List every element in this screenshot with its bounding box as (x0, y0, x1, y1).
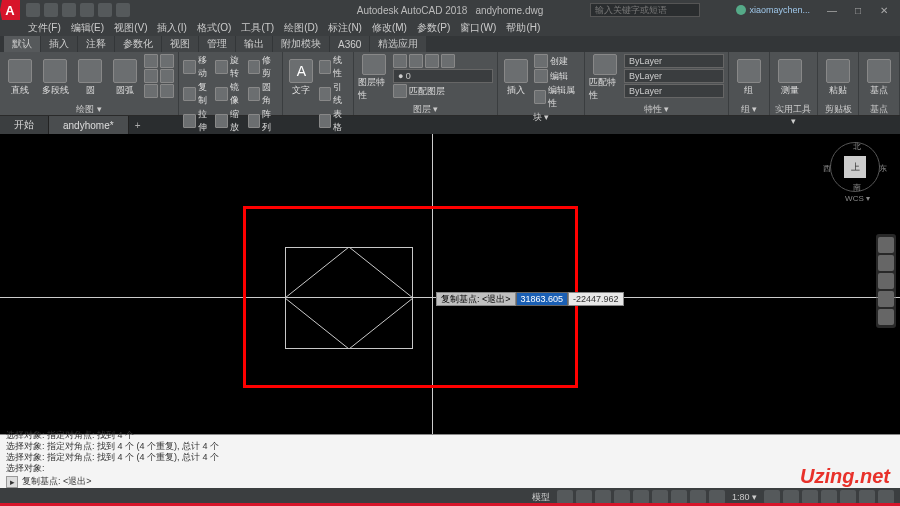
basepoint-button[interactable]: 基点 (863, 54, 895, 102)
measure-button[interactable]: 测量 (774, 54, 806, 102)
trim-icon[interactable] (248, 60, 261, 74)
dim-icon[interactable] (319, 60, 332, 74)
user-menu[interactable]: xiaomaychen... (736, 5, 810, 15)
scale-icon[interactable] (215, 114, 228, 128)
app-logo[interactable]: A (0, 0, 20, 20)
hardware-icon[interactable] (840, 490, 856, 504)
copy-icon[interactable] (183, 87, 196, 101)
layer-props-button[interactable]: 图层特性 (358, 54, 390, 102)
rtab-addins[interactable]: 附加模块 (273, 36, 329, 52)
layer-combo[interactable]: ● 0 (393, 69, 493, 83)
table-icon[interactable] (319, 114, 332, 128)
rotate-icon[interactable] (215, 60, 228, 74)
snap-toggle-icon[interactable] (576, 490, 592, 504)
annoscale-icon[interactable] (764, 490, 780, 504)
move-icon[interactable] (183, 60, 196, 74)
color-combo[interactable]: ByLayer (624, 54, 724, 68)
leader-icon[interactable] (319, 87, 332, 101)
nav-orbit-icon[interactable] (878, 291, 894, 307)
rtab-param[interactable]: 参数化 (115, 36, 161, 52)
polar-toggle-icon[interactable] (614, 490, 630, 504)
panel-group-title[interactable]: 组 ▾ (733, 102, 765, 116)
layermatch-icon[interactable] (393, 84, 407, 98)
xline-icon[interactable] (160, 84, 174, 98)
panel-block-title[interactable]: 块 ▾ (502, 110, 580, 124)
otrack-toggle-icon[interactable] (652, 490, 668, 504)
dyn-y-field[interactable]: -22447.962 (568, 292, 624, 306)
paste-button[interactable]: 粘贴 (822, 54, 854, 102)
status-model[interactable]: 模型 (528, 491, 554, 504)
nav-pan-icon[interactable] (878, 255, 894, 271)
qat-undo-icon[interactable] (80, 3, 94, 17)
panel-util-title[interactable]: 实用工具 ▾ (774, 102, 813, 126)
rtab-view[interactable]: 视图 (162, 36, 198, 52)
qat-open-icon[interactable] (44, 3, 58, 17)
rtab-featured[interactable]: 精选应用 (370, 36, 426, 52)
tab-start[interactable]: 开始 (0, 116, 49, 134)
close-button[interactable]: ✕ (872, 2, 896, 18)
status-scale[interactable]: 1:80 ▾ (728, 492, 761, 502)
menu-insert[interactable]: 插入(I) (153, 21, 190, 35)
qat-redo-icon[interactable] (98, 3, 112, 17)
tab-andyhome[interactable]: andyhome* (49, 116, 129, 134)
freeze-icon[interactable] (409, 54, 423, 68)
maximize-button[interactable]: □ (846, 2, 870, 18)
ellipse-icon[interactable] (144, 69, 158, 83)
text-button[interactable]: A文字 (287, 54, 316, 102)
menu-view[interactable]: 视图(V) (110, 21, 151, 35)
lock-icon[interactable] (425, 54, 439, 68)
rtab-output[interactable]: 输出 (236, 36, 272, 52)
qat-save-icon[interactable] (62, 3, 76, 17)
panel-layers-title[interactable]: 图层 ▾ (358, 102, 493, 116)
monitor-icon[interactable] (802, 490, 818, 504)
nav-zoom-icon[interactable] (878, 273, 894, 289)
ortho-toggle-icon[interactable] (595, 490, 611, 504)
menu-draw[interactable]: 绘图(D) (280, 21, 322, 35)
mirror-icon[interactable] (215, 87, 228, 101)
lweight-combo[interactable]: ByLayer (624, 69, 724, 83)
poly-icon[interactable] (160, 54, 174, 68)
rtab-insert[interactable]: 插入 (41, 36, 77, 52)
wcs-label[interactable]: WCS ▾ (845, 194, 870, 203)
menu-window[interactable]: 窗口(W) (456, 21, 500, 35)
pline-button[interactable]: 多段线 (39, 54, 71, 102)
menu-edit[interactable]: 编辑(E) (67, 21, 108, 35)
menu-format[interactable]: 格式(O) (193, 21, 235, 35)
lwt-toggle-icon[interactable] (671, 490, 687, 504)
bcreate-icon[interactable] (534, 54, 548, 68)
menu-modify[interactable]: 修改(M) (368, 21, 411, 35)
command-window[interactable]: 选择对象: 指定对角点: 找到 4 个 选择对象: 指定对角点: 找到 4 个 … (0, 434, 900, 490)
menu-param[interactable]: 参数(P) (413, 21, 454, 35)
cycling-icon[interactable] (709, 490, 725, 504)
menu-dim[interactable]: 标注(N) (324, 21, 366, 35)
stretch-icon[interactable] (183, 114, 196, 128)
bedit-icon[interactable] (534, 69, 548, 83)
bulb-icon[interactable] (393, 54, 407, 68)
rect-icon[interactable] (144, 54, 158, 68)
rtab-manage[interactable]: 管理 (199, 36, 235, 52)
arc-button[interactable]: 圆弧 (109, 54, 141, 102)
group-button[interactable]: 组 (733, 54, 765, 102)
panel-clip-title[interactable]: 剪贴板 (822, 102, 854, 116)
viewcube-face[interactable]: 上 (844, 156, 866, 178)
line-button[interactable]: 直线 (4, 54, 36, 102)
osnap-toggle-icon[interactable] (633, 490, 649, 504)
minimize-button[interactable]: — (820, 2, 844, 18)
search-input[interactable]: 输入关键字或短语 (590, 3, 700, 17)
fillet-icon[interactable] (248, 87, 261, 101)
insert-button[interactable]: 插入 (502, 54, 531, 102)
array-icon[interactable] (248, 114, 261, 128)
rtab-a360[interactable]: A360 (330, 36, 369, 52)
panel-base-title[interactable]: 基点 (863, 102, 895, 116)
drawing-canvas[interactable]: 复制基点: <退出> 31863.605 -22447.962 上 北 南 东 … (0, 134, 900, 434)
workspace-icon[interactable] (783, 490, 799, 504)
menu-help[interactable]: 帮助(H) (502, 21, 544, 35)
diamond-object[interactable] (285, 247, 413, 349)
iso-icon[interactable] (441, 54, 455, 68)
panel-prop-title[interactable]: 特性 ▾ (589, 102, 724, 116)
rtab-annotate[interactable]: 注释 (78, 36, 114, 52)
qat-print-icon[interactable] (116, 3, 130, 17)
menu-file[interactable]: 文件(F) (24, 21, 65, 35)
qat-new-icon[interactable] (26, 3, 40, 17)
dyn-x-field[interactable]: 31863.605 (516, 292, 569, 306)
